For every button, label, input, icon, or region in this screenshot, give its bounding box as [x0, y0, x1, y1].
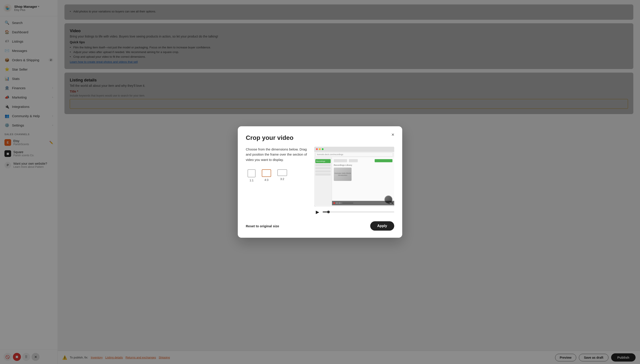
apply-button[interactable]: Apply	[370, 221, 394, 230]
modal-footer: Reset to original size Apply	[246, 221, 394, 230]
aspect-label-4-3: 4:3	[265, 178, 269, 182]
modal-overlay: Crop your video × Choose from the dimens…	[0, 0, 640, 364]
modal-video: komodo.deck.com/recordings Recordings	[314, 147, 394, 215]
play-button[interactable]: ▶	[314, 209, 320, 215]
modal-body: Choose from the dimensions below. Drag a…	[246, 147, 394, 215]
aspect-icon-4-3	[262, 169, 271, 177]
modal-left: Choose from the dimensions below. Drag a…	[246, 147, 308, 184]
aspect-icon-3-2	[277, 169, 287, 176]
aspect-btn-4-3[interactable]: 4:3	[260, 168, 273, 183]
aspect-label-3-2: 3:2	[280, 177, 284, 181]
aspect-btn-3-2[interactable]: 3:2	[276, 168, 289, 182]
modal-title: Crop your video	[246, 134, 394, 142]
video-progress-thumb	[327, 211, 330, 213]
video-progress-bar[interactable]	[323, 212, 394, 212]
video-preview: komodo.deck.com/recordings Recordings	[314, 147, 394, 207]
aspect-label-1-1: 1:1	[250, 179, 254, 182]
modal-desc: Choose from the dimensions below. Drag a…	[246, 147, 308, 162]
video-screenshot: komodo.deck.com/recordings Recordings	[314, 147, 394, 207]
reset-button[interactable]: Reset to original size	[246, 222, 279, 230]
aspect-options: 1:1 4:3 3:2	[246, 168, 308, 184]
crop-video-modal: Crop your video × Choose from the dimens…	[238, 126, 402, 238]
video-controls: ▶	[314, 209, 394, 215]
aspect-btn-1-1[interactable]: 1:1	[246, 168, 257, 184]
modal-close-button[interactable]: ×	[389, 131, 397, 139]
aspect-icon-1-1	[248, 169, 256, 177]
